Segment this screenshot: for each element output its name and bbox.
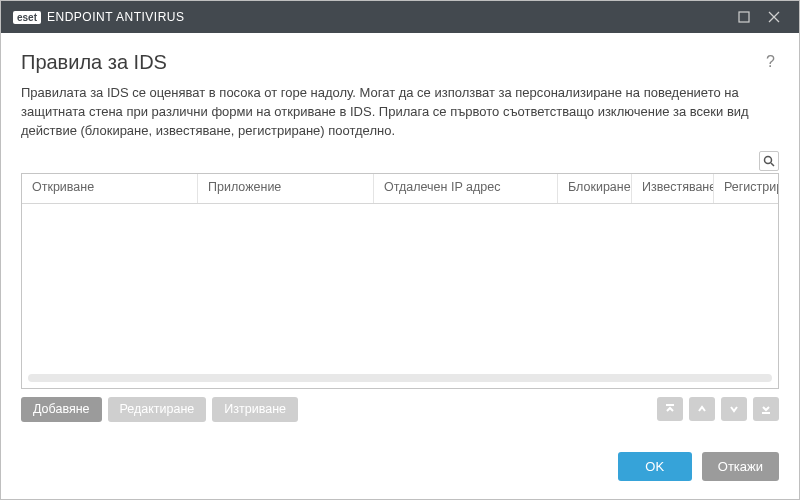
app-brand: eset ENDPOINT ANTIVIRUS <box>13 10 184 24</box>
table-header: Откриване Приложение Отдалечен IP адрес … <box>22 174 778 204</box>
horizontal-scrollbar[interactable] <box>28 374 772 382</box>
table-toolbar: Добавяне Редактиране Изтриване <box>21 397 779 423</box>
col-application[interactable]: Приложение <box>198 174 374 203</box>
help-icon[interactable]: ? <box>762 51 779 73</box>
titlebar: eset ENDPOINT ANTIVIRUS <box>1 1 799 33</box>
svg-line-4 <box>771 163 774 166</box>
table-body[interactable] <box>22 204 778 388</box>
dialog-footer: OK Откажи <box>1 438 799 499</box>
move-up-button <box>689 397 715 421</box>
col-remote-ip[interactable]: Отдалечен IP адрес <box>374 174 558 203</box>
col-block[interactable]: Блокиране <box>558 174 632 203</box>
content-area: Правила за IDS ? Правилата за IDS се оце… <box>1 33 799 438</box>
cancel-button[interactable]: Откажи <box>702 452 779 481</box>
page-description: Правилата за IDS се оценяват в посока от… <box>21 84 779 141</box>
ok-button[interactable]: OK <box>618 452 692 481</box>
delete-button: Изтриване <box>212 397 298 423</box>
search-button[interactable] <box>759 151 779 171</box>
rules-table: Откриване Приложение Отдалечен IP адрес … <box>21 173 779 389</box>
brand-text: ENDPOINT ANTIVIRUS <box>47 10 184 24</box>
svg-rect-0 <box>739 12 749 22</box>
brand-logo: eset <box>13 11 41 24</box>
page-title: Правила за IDS <box>21 51 762 74</box>
move-top-button <box>657 397 683 421</box>
add-button[interactable]: Добавяне <box>21 397 102 423</box>
col-log[interactable]: Регистриране <box>714 174 778 203</box>
close-button[interactable] <box>759 1 789 33</box>
col-notify[interactable]: Известяване <box>632 174 714 203</box>
minimize-button[interactable] <box>729 1 759 33</box>
move-down-button <box>721 397 747 421</box>
col-detection[interactable]: Откриване <box>22 174 198 203</box>
svg-point-3 <box>765 156 772 163</box>
edit-button: Редактиране <box>108 397 207 423</box>
move-bottom-button <box>753 397 779 421</box>
